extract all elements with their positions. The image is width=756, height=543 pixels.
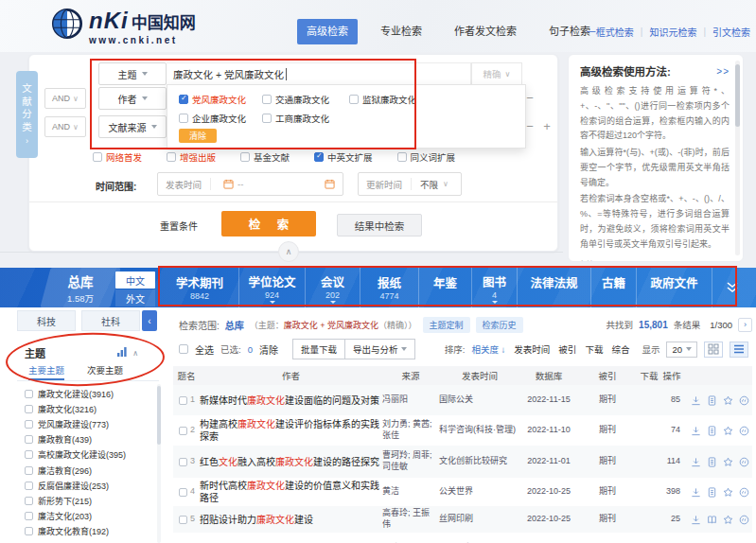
db-tab-7[interactable]: 古籍: [590, 268, 636, 307]
header-link-1[interactable]: 知识元检索: [649, 25, 696, 39]
collapse-form-button[interactable]: ∧: [278, 241, 299, 262]
grid-view-icon[interactable]: [704, 342, 723, 358]
clear-selection-button[interactable]: 清除: [259, 342, 278, 357]
export-analyze-button[interactable]: 导出与分析: [344, 339, 416, 359]
search-history-button[interactable]: 检索历史: [476, 317, 523, 333]
doc-icon[interactable]: [707, 395, 717, 406]
topic-checkbox[interactable]: [25, 450, 33, 459]
operator-select[interactable]: AND∨: [44, 88, 86, 109]
row-checkbox[interactable]: [179, 396, 187, 405]
list-view-icon[interactable]: [730, 342, 748, 358]
add-row-button[interactable]: +: [540, 119, 554, 133]
header-link-0[interactable]: 一框式检索: [587, 25, 634, 39]
star-icon[interactable]: [723, 426, 733, 436]
option-checkbox[interactable]: [349, 95, 359, 104]
row-checkbox[interactable]: [179, 427, 187, 435]
sort-option-4[interactable]: 综合: [611, 342, 629, 356]
header-tab-2[interactable]: 作者发文检索: [445, 19, 526, 44]
header-link-2[interactable]: 引文检索: [712, 25, 750, 39]
clear-suggest-button[interactable]: 清除: [179, 129, 217, 143]
download-icon[interactable]: [691, 457, 701, 467]
lang-tab-1[interactable]: 外文: [115, 289, 155, 307]
db-tab-5[interactable]: 图书4: [471, 268, 517, 307]
result-title[interactable]: 新媒体时代廉政文化建设面临的问题及对策: [200, 394, 382, 407]
sidebar-tab-1[interactable]: 社科: [81, 310, 140, 331]
suggest-option-2[interactable]: 监狱廉政文化: [349, 93, 525, 106]
sort-option-3[interactable]: 下载: [585, 342, 603, 356]
topic-subtab-1[interactable]: 次要主题: [87, 363, 123, 380]
update-time-select[interactable]: 更新时间 不限 ∨: [358, 172, 462, 196]
option-checkbox[interactable]: [179, 95, 188, 104]
download-icon[interactable]: [691, 487, 701, 498]
download-icon[interactable]: [691, 426, 701, 436]
next-page-button[interactable]: ›: [738, 318, 752, 332]
topic-item-2[interactable]: 党风廉政建设(773): [17, 416, 159, 431]
form-option-3[interactable]: 中英文扩展: [314, 150, 373, 164]
select-all-checkbox[interactable]: [179, 344, 188, 354]
download-icon[interactable]: [691, 395, 701, 406]
doc-icon[interactable]: [707, 426, 717, 436]
result-title[interactable]: 新时代高校廉政文化建设的价值意义和实践路径: [200, 480, 382, 504]
quote-icon[interactable]: [739, 457, 749, 467]
option-checkbox[interactable]: [93, 152, 102, 162]
match-select-0[interactable]: 精确∨: [471, 62, 522, 85]
operator-select[interactable]: AND∨: [44, 116, 86, 137]
row-checkbox[interactable]: [179, 458, 187, 466]
search-in-results-button[interactable]: 结果中检索: [337, 214, 422, 236]
topic-item-3[interactable]: 廉政教育(439): [17, 432, 159, 447]
topic-item-8[interactable]: 廉洁文化(203): [17, 509, 159, 524]
total-db-tab[interactable]: 总库 1.58万: [40, 268, 120, 307]
header-tab-1[interactable]: 专业检索: [371, 19, 431, 44]
form-option-0[interactable]: 网络首发: [93, 150, 142, 164]
db-tab-3[interactable]: 报纸4774: [360, 268, 418, 307]
topic-custom-button[interactable]: 主题定制: [423, 317, 470, 333]
option-checkbox[interactable]: [240, 152, 250, 162]
download-icon[interactable]: [691, 515, 701, 525]
quote-icon[interactable]: [739, 515, 749, 525]
form-option-2[interactable]: 基金文献: [240, 150, 290, 164]
db-tab-6[interactable]: 法律法规: [517, 268, 590, 307]
select-all-label[interactable]: 全选: [195, 342, 214, 357]
suggest-option-1[interactable]: 交通廉政文化: [262, 93, 349, 106]
result-title[interactable]: 招贴设计助力廉政文化建设: [200, 514, 382, 526]
header-tab-0[interactable]: 高级检索: [297, 19, 358, 44]
doc-category-tab[interactable]: 文献分类 ›: [16, 71, 38, 158]
help-scrollbar[interactable]: [735, 61, 740, 255]
sort-bars-icon[interactable]: [117, 347, 127, 359]
lang-tab-0[interactable]: 中文: [115, 272, 155, 289]
topic-item-7[interactable]: 新形势下(215): [17, 493, 159, 508]
topic-item-6[interactable]: 反腐倡廉建设(253): [17, 478, 159, 493]
quote-icon[interactable]: [739, 426, 749, 436]
star-icon[interactable]: [723, 395, 733, 406]
cnki-logo[interactable]: nKi 中国知网 www.cnki.net: [51, 8, 196, 45]
page-size-select[interactable]: 20: [666, 342, 697, 358]
topic-item-9[interactable]: 廉政文化教育(192): [17, 524, 159, 539]
topic-checkbox[interactable]: [25, 482, 33, 490]
publish-date-input[interactable]: 发表时间 --: [157, 172, 343, 196]
row-checkbox[interactable]: [179, 488, 187, 497]
quote-icon[interactable]: [739, 487, 749, 498]
topic-checkbox[interactable]: [25, 435, 33, 444]
topic-checkbox[interactable]: [25, 420, 33, 429]
row-checkbox[interactable]: [179, 516, 187, 524]
search-input-0[interactable]: 廉政文化 + 党风廉政文化: [167, 62, 471, 85]
form-option-4[interactable]: 同义词扩展: [397, 150, 456, 164]
topic-checkbox[interactable]: [25, 466, 33, 475]
sidebar-scrollbar[interactable]: [157, 384, 161, 543]
search-button[interactable]: 检 索: [221, 211, 316, 236]
sidebar-tab-0[interactable]: 科技: [17, 310, 76, 331]
topic-checkbox[interactable]: [25, 512, 33, 520]
sort-option-2[interactable]: 被引: [558, 342, 576, 356]
form-option-1[interactable]: 增强出版: [167, 150, 216, 164]
suggest-option-4[interactable]: 工商廉政文化: [262, 112, 349, 125]
db-tabs-expand-icon[interactable]: [712, 268, 751, 307]
star-icon[interactable]: [723, 457, 733, 467]
book-icon[interactable]: [707, 515, 717, 525]
suggest-option-0[interactable]: 党风廉政文化: [179, 93, 262, 106]
topic-checkbox[interactable]: [25, 497, 33, 505]
star-icon[interactable]: [723, 487, 733, 498]
option-checkbox[interactable]: [397, 152, 407, 162]
topic-checkbox[interactable]: [25, 527, 33, 535]
db-tab-0[interactable]: 学术期刊8842: [161, 268, 238, 307]
field-select-2[interactable]: 文献来源: [98, 115, 167, 138]
